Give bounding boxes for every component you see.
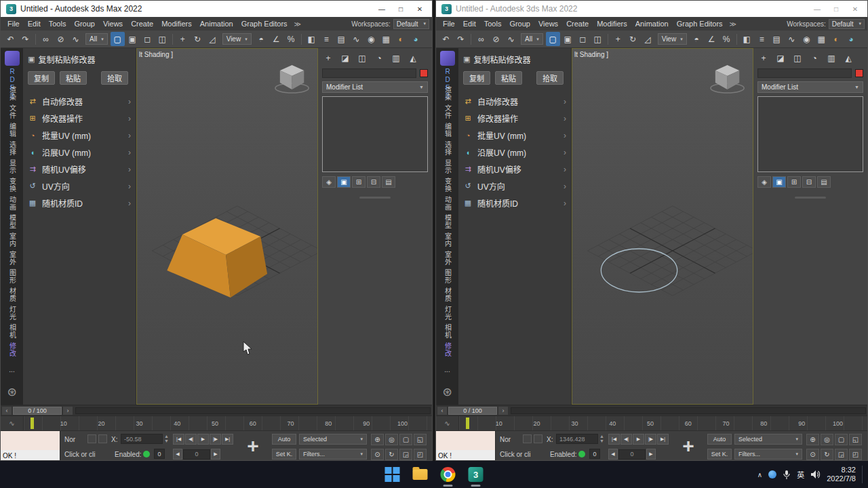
zoom-extents-icon[interactable]: ▢ xyxy=(835,434,848,445)
pan-icon[interactable]: ⊙ xyxy=(371,449,384,460)
plugin-modifier-item[interactable]: ◔ 批量UV (mm) › xyxy=(463,127,566,144)
mirror-icon[interactable]: ◧ xyxy=(304,32,319,46)
zoom-icon[interactable]: ⊕ xyxy=(371,434,384,445)
sidebar-tab[interactable]: 渲染 xyxy=(444,86,451,104)
status-big-plus-icon[interactable]: + xyxy=(239,432,267,460)
previous-frame-button[interactable]: ◀| xyxy=(185,434,197,445)
snap-toggle-icon[interactable]: ◓ xyxy=(690,32,704,46)
minimize-button[interactable]: — xyxy=(372,2,391,16)
object-name-field[interactable] xyxy=(322,68,416,78)
time-back-arrow[interactable]: ‹ xyxy=(437,407,447,415)
time-slider-handle[interactable]: 0 / 100 xyxy=(13,407,62,415)
maximize-viewport-icon[interactable]: ◲ xyxy=(835,449,848,460)
current-frame-marker[interactable] xyxy=(466,418,469,429)
sidebar-tab[interactable]: 室内 xyxy=(444,232,451,251)
align-icon[interactable]: ≡ xyxy=(319,32,334,46)
menu-item[interactable]: Tools xyxy=(480,20,506,28)
configure-modifier-sets-icon[interactable]: ▤ xyxy=(817,176,831,188)
minimize-button[interactable]: — xyxy=(808,2,827,16)
time-slider-track[interactable] xyxy=(511,407,866,414)
select-and-scale-icon[interactable]: ◿ xyxy=(205,32,220,46)
select-and-rotate-icon[interactable]: ↻ xyxy=(191,32,205,46)
make-unique-icon[interactable]: ⊞ xyxy=(352,176,366,188)
titlebar[interactable]: 3 Untitled - Autodesk 3ds Max 2022 — □ ✕ xyxy=(1,1,432,17)
sidebar-tab[interactable]: 文件 xyxy=(9,104,16,123)
volume-icon[interactable] xyxy=(810,470,821,479)
select-and-move-icon[interactable]: + xyxy=(611,32,625,46)
remove-modifier-icon[interactable]: ⊟ xyxy=(367,176,380,188)
mirror-icon[interactable]: ◧ xyxy=(740,32,754,46)
selection-region-icon[interactable]: ◻ xyxy=(140,32,155,46)
pin-stack-icon[interactable]: ◈ xyxy=(757,176,771,188)
menu-item[interactable]: Views xyxy=(99,20,127,28)
select-by-name-icon[interactable]: ▣ xyxy=(561,32,575,46)
tray-app-icon[interactable] xyxy=(768,470,776,479)
selection-filter-dropdown[interactable]: All ▾ xyxy=(521,33,543,45)
panel-splitter-handle[interactable] xyxy=(795,197,826,199)
reference-coordinate-dropdown[interactable]: View ▾ xyxy=(222,33,252,45)
sidebar-tab[interactable]: 变换 xyxy=(444,178,451,196)
maximize-viewport-icon[interactable]: ◲ xyxy=(399,449,412,460)
menu-item[interactable]: Create xyxy=(127,20,157,28)
maxscript-mini-listener[interactable]: OK ! xyxy=(436,431,496,461)
status-toggle-icon[interactable] xyxy=(87,434,96,443)
curve-editor-icon[interactable]: ∿ xyxy=(785,32,799,46)
play-button[interactable]: ▶ xyxy=(197,434,209,445)
menu-item[interactable]: Edit xyxy=(459,20,480,28)
start-button[interactable] xyxy=(381,463,404,486)
create-tab-icon[interactable]: + xyxy=(757,52,770,64)
plugin-logo-icon[interactable] xyxy=(5,51,20,66)
sidebar-tab[interactable]: 模型 xyxy=(444,214,451,232)
window-crossing-icon[interactable]: ◫ xyxy=(591,32,605,46)
plugin-logo-icon[interactable] xyxy=(440,51,455,66)
menu-item[interactable]: Animation xyxy=(196,20,237,28)
sidebar-tab[interactable]: 相机 xyxy=(444,324,451,342)
make-unique-icon[interactable]: ⊞ xyxy=(787,176,801,188)
menu-overflow-icon[interactable]: ≫ xyxy=(292,20,304,28)
zoom-extents-icon[interactable]: ▢ xyxy=(399,434,412,445)
viewport-shading-label[interactable]: lt Shading ] xyxy=(574,51,608,58)
viewport-shading-label[interactable]: lt Shading ] xyxy=(139,51,173,58)
redo-icon[interactable]: ↷ xyxy=(18,32,33,46)
settings-gear-icon[interactable]: ⊛ xyxy=(7,385,16,399)
window-crossing-icon[interactable]: ◫ xyxy=(155,32,170,46)
create-tab-icon[interactable]: + xyxy=(322,52,334,64)
status-big-plus-icon[interactable]: + xyxy=(675,432,702,460)
titlebar[interactable]: 3 Untitled - Autodesk 3ds Max 2022 — □ ✕ xyxy=(436,1,867,17)
set-key-button[interactable]: Set K. xyxy=(272,449,296,460)
show-end-result-icon[interactable]: ▣ xyxy=(337,176,351,188)
plugin-modifier-item[interactable]: ⇄ 自动修改器 › xyxy=(28,93,131,110)
viewport-layout-icon[interactable]: ◰ xyxy=(414,449,427,460)
sidebar-tab[interactable]: 显示 xyxy=(9,159,16,178)
bind-to-space-warp-icon[interactable]: ∿ xyxy=(68,32,83,46)
render-icon[interactable]: ◕ xyxy=(844,32,859,46)
object-name-field[interactable] xyxy=(757,68,852,78)
file-explorer-icon[interactable] xyxy=(409,463,432,486)
viewport-layout-icon[interactable]: ◰ xyxy=(849,449,862,460)
plugin-modifier-item[interactable]: ⇄ 自动修改器 › xyxy=(463,93,566,110)
sidebar-tab[interactable]: 图形 xyxy=(9,269,16,287)
orbit-icon[interactable]: ↻ xyxy=(821,449,833,460)
selection-filter-dropdown[interactable]: All ▾ xyxy=(85,33,108,45)
render-icon[interactable]: ◕ xyxy=(409,32,423,46)
percent-snap-icon[interactable]: % xyxy=(719,32,734,46)
show-end-result-icon[interactable]: ▣ xyxy=(772,176,786,188)
previous-key-button[interactable]: ◀ xyxy=(173,449,182,460)
modifier-stack-list[interactable] xyxy=(757,96,863,172)
sidebar-tab[interactable]: 选择 xyxy=(9,141,16,159)
enabled-value-field[interactable]: 0 xyxy=(589,449,600,459)
selection-region-icon[interactable]: ◻ xyxy=(576,32,590,46)
previous-frame-button[interactable]: ◀| xyxy=(620,434,632,445)
spinner-icon[interactable]: ▲▼ xyxy=(164,434,169,443)
modifier-list-dropdown[interactable]: Modifier List ▼ xyxy=(322,81,428,93)
menu-item[interactable]: File xyxy=(439,20,459,28)
next-frame-button[interactable]: |▶ xyxy=(210,434,221,445)
current-frame-field[interactable]: 0 xyxy=(183,449,210,460)
menu-item[interactable]: Modifiers xyxy=(593,20,631,28)
menu-item[interactable]: Edit xyxy=(24,20,45,28)
plugin-modifier-item[interactable]: ◖ 沿展UV (mm) › xyxy=(28,144,131,161)
plugin-modifier-item[interactable]: ⇉ 随机UV偏移 › xyxy=(463,161,566,178)
sidebar-tab[interactable]: 相机 xyxy=(9,324,16,342)
pick-button[interactable]: 拾取 xyxy=(536,71,564,85)
undo-icon[interactable]: ↶ xyxy=(439,32,453,46)
